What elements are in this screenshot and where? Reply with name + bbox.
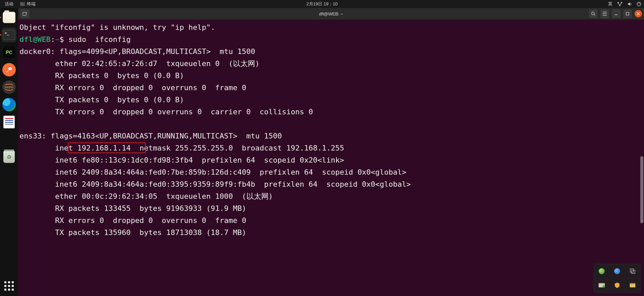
highlight-box [68,142,146,153]
dock-jupyter[interactable]: jupyter [2,80,16,95]
maximize-button[interactable] [623,9,632,18]
postman-icon [2,63,16,76]
dock-pycharm[interactable]: PC [2,45,16,60]
trash-icon: ♻ [3,151,15,163]
gnome-topbar: 活动 终端 2月19日 19：10 英 [0,0,644,8]
edge-icon [2,98,16,111]
files-icon [3,12,15,23]
dock-disc[interactable] [2,132,16,147]
maximize-icon [626,12,630,16]
terminal-icon: >_ [3,30,15,40]
clock[interactable]: 2月19日 19：10 [306,1,337,7]
terminal-output[interactable]: Object "ifconfig" is unknown, try "ip he… [19,21,644,239]
indicator-panel[interactable] [594,264,641,293]
svg-rect-15 [630,283,635,284]
minimize-icon [614,12,618,16]
svg-rect-9 [626,12,629,15]
close-button[interactable] [635,10,642,17]
volume-icon[interactable] [627,2,632,6]
dock-document-viewer[interactable] [2,115,16,129]
windows-stack-icon [630,268,636,274]
topbar-status-area[interactable]: 英 [608,1,641,7]
shield-icon [614,282,620,288]
svg-rect-5 [639,2,639,4]
dock-terminal[interactable]: >_ [2,27,16,42]
svg-point-13 [603,285,605,287]
window-titlebar[interactable]: dfl@WEB: ~ [18,8,644,19]
svg-rect-11 [632,270,635,274]
search-button[interactable] [589,9,598,18]
hamburger-icon [602,12,607,16]
dock-postman[interactable] [2,62,16,77]
svg-point-8 [592,12,594,15]
scrollbar-thumb[interactable] [640,156,643,223]
svg-point-6 [8,67,12,70]
dock-trash[interactable]: ♻ [2,150,16,164]
tray-item-1[interactable] [594,264,609,278]
window-icon [630,283,636,288]
power-icon[interactable] [637,2,641,6]
app-menu-label: 终端 [27,1,36,7]
jupyter-icon: jupyter [2,80,16,94]
tray-item-6[interactable] [625,278,640,292]
mail-icon [598,283,605,288]
scrollbar[interactable] [640,19,643,296]
tray-item-4[interactable] [594,278,609,292]
ime-indicator[interactable]: 英 [608,1,612,7]
dock: >_ PC jupyter ♻ [0,8,18,296]
tray-item-2[interactable] [609,264,625,278]
dock-files[interactable] [2,10,16,25]
close-icon [637,12,640,15]
tray-item-3[interactable] [625,264,640,278]
dock-edge[interactable] [2,97,16,112]
app-menu[interactable]: 终端 [18,1,38,7]
window-controls [589,9,642,18]
search-icon [591,11,596,16]
window-title: dfl@WEB: ~ [319,11,343,16]
new-tab-button[interactable] [20,9,30,18]
svg-rect-10 [630,269,634,272]
network-icon[interactable] [617,2,623,6]
terminal-mini-icon [20,2,25,6]
document-viewer-icon [3,116,15,128]
pycharm-icon: PC [3,46,15,58]
show-apps-button[interactable] [2,279,16,293]
disc-icon [3,133,15,146]
svg-rect-0 [20,2,25,6]
new-tab-icon [22,11,27,16]
minimize-button[interactable] [612,9,620,18]
activities-button[interactable]: 活动 [0,1,18,7]
terminal-window: dfl@WEB: ~ Object "ifconfig" is unknown,… [18,8,644,296]
tray-item-5[interactable] [609,278,625,292]
terminal-body[interactable]: Object "ifconfig" is unknown, try "ip he… [18,19,644,296]
hamburger-menu-button[interactable] [600,9,609,18]
